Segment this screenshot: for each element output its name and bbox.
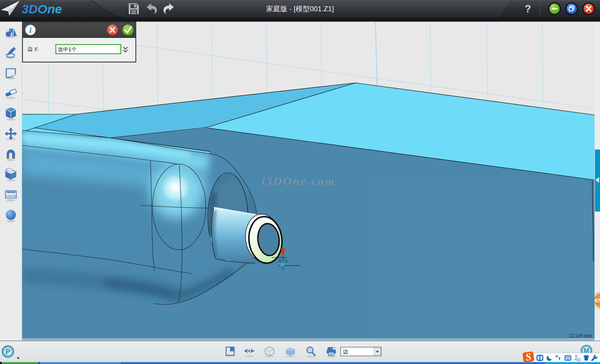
svg-text:0: 0 (279, 258, 281, 263)
svg-text:14: 14 (577, 358, 580, 361)
svg-text:i: i (29, 26, 32, 35)
svg-text:?: ? (525, 3, 531, 15)
svg-text:E: E (34, 46, 38, 52)
svg-text:i3DOne.com: i3DOne.com (262, 175, 335, 187)
svg-text:边: 边 (343, 349, 348, 355)
svg-text:家庭版 - [模型001.Z1]: 家庭版 - [模型001.Z1] (266, 5, 334, 13)
svg-text:3DOne: 3DOne (22, 2, 62, 16)
svg-text:边: 边 (28, 46, 33, 52)
svg-text:选中1个: 选中1个 (58, 47, 77, 52)
svg-text:67: 67 (595, 298, 600, 304)
svg-text:5: 5 (285, 258, 288, 263)
svg-text:22.539 mm: 22.539 mm (569, 333, 592, 339)
svg-text:P: P (5, 348, 10, 356)
